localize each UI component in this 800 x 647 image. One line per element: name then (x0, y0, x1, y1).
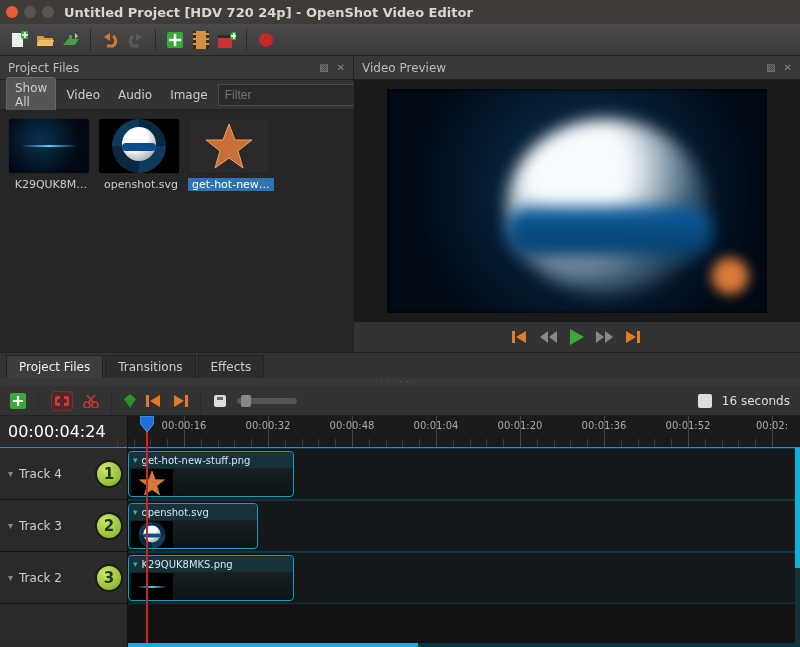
file-item[interactable]: K29QUK8M… (8, 118, 94, 191)
add-track-icon[interactable] (10, 393, 26, 409)
panel-undock-icon[interactable]: ▧ (319, 62, 328, 73)
file-label: get-hot-new… (188, 178, 274, 191)
play-icon[interactable] (568, 328, 586, 346)
filter-audio[interactable]: Audio (110, 85, 160, 105)
zoom-time-label: 16 seconds (722, 394, 790, 408)
ruler-label: 00:00:16 (162, 420, 207, 431)
ruler-label: 00:00:32 (246, 420, 291, 431)
choose-profile-icon[interactable] (192, 31, 210, 49)
clip-label: K29QUK8MKS.png (142, 559, 233, 570)
video-preview-panel: Video Preview ▧ ✕ (354, 56, 800, 352)
svg-marker-25 (605, 331, 613, 343)
prev-marker-icon[interactable] (146, 395, 162, 407)
svg-rect-19 (512, 331, 515, 343)
add-marker-icon[interactable] (124, 394, 136, 408)
import-files-icon[interactable] (166, 31, 184, 49)
tab-transitions[interactable]: Transitions (105, 355, 195, 378)
chevron-down-icon[interactable]: ▾ (133, 507, 138, 517)
track-header[interactable]: ▾ Track 3 2 (0, 500, 127, 552)
track-row[interactable]: ▾openshot.svg (128, 500, 800, 552)
timeline-track-headers: 00:00:04:24 ▾ Track 4 1 ▾ Track 3 2 ▾ Tr… (0, 416, 128, 647)
ruler-label: 00:01:20 (498, 420, 543, 431)
splitter-handle[interactable]: ······ (0, 378, 800, 386)
center-playhead-icon[interactable] (213, 394, 227, 408)
file-label: openshot.svg (98, 178, 184, 191)
window-minimize-button[interactable] (24, 6, 36, 18)
svg-rect-12 (206, 43, 209, 45)
svg-rect-7 (193, 33, 196, 35)
file-thumbnail (8, 118, 90, 174)
export-video-icon[interactable] (218, 31, 236, 49)
svg-rect-32 (146, 395, 149, 407)
jump-end-icon[interactable] (624, 330, 642, 344)
svg-marker-33 (150, 395, 160, 407)
video-preview-title: Video Preview (362, 61, 446, 75)
track-row[interactable]: ▾get-hot-new-stuff.png (128, 448, 800, 500)
file-label: K29QUK8M… (8, 178, 94, 191)
save-project-icon[interactable] (62, 31, 80, 49)
window-close-button[interactable] (6, 6, 18, 18)
panel-undock-icon[interactable]: ▧ (766, 62, 775, 73)
track-name: Track 2 (19, 571, 62, 585)
project-files-title: Project Files (8, 61, 79, 75)
clip-thumbnail (131, 521, 173, 549)
filter-video[interactable]: Video (58, 85, 108, 105)
filter-show-all[interactable]: Show All (6, 77, 56, 113)
tab-project-files[interactable]: Project Files (6, 355, 103, 378)
record-icon[interactable] (257, 31, 275, 49)
main-toolbar (0, 24, 800, 56)
window-maximize-button[interactable] (42, 6, 54, 18)
timeline-clip[interactable]: ▾get-hot-new-stuff.png (128, 451, 294, 497)
chevron-down-icon[interactable]: ▾ (133, 559, 138, 569)
playhead-handle-icon[interactable] (140, 416, 154, 432)
project-files-list[interactable]: K29QUK8M… openshot.svg get-hot-new… (0, 110, 353, 352)
tab-effects[interactable]: Effects (198, 355, 265, 378)
chevron-down-icon[interactable]: ▾ (133, 455, 138, 465)
svg-rect-35 (185, 395, 188, 407)
jump-start-icon[interactable] (512, 330, 530, 344)
ruler-label: 00:01:36 (582, 420, 627, 431)
svg-marker-34 (174, 395, 184, 407)
playhead-time: 00:00:04:24 (0, 416, 127, 448)
chevron-down-icon[interactable]: ▾ (8, 520, 13, 531)
track-header[interactable]: ▾ Track 2 3 (0, 552, 127, 604)
annotation-badge: 3 (95, 564, 123, 592)
rewind-icon[interactable] (540, 331, 558, 343)
svg-marker-31 (124, 394, 136, 408)
playhead[interactable] (146, 416, 148, 647)
track-name: Track 3 (19, 519, 62, 533)
razor-icon[interactable] (83, 394, 99, 408)
timeline-body[interactable]: 00:00:1600:00:3200:00:4800:01:0400:01:20… (128, 416, 800, 647)
timeline-v-scrollbar[interactable] (795, 448, 800, 643)
undo-icon[interactable] (101, 31, 119, 49)
filter-image[interactable]: Image (162, 85, 216, 105)
fast-forward-icon[interactable] (596, 331, 614, 343)
annotation-badge: 2 (95, 512, 123, 540)
panel-close-icon[interactable]: ✕ (337, 62, 345, 73)
svg-marker-23 (570, 329, 584, 345)
timeline-ruler[interactable]: 00:00:1600:00:3200:00:4800:01:0400:01:20… (128, 416, 800, 448)
open-project-icon[interactable] (36, 31, 54, 49)
file-item[interactable]: get-hot-new… (188, 118, 274, 191)
track-header[interactable]: ▾ Track 4 1 (0, 448, 127, 500)
clip-thumbnail (131, 469, 173, 497)
chevron-down-icon[interactable]: ▾ (8, 572, 13, 583)
ruler-label: 00:01:04 (414, 420, 459, 431)
svg-marker-18 (206, 124, 252, 168)
track-row[interactable]: ▾K29QUK8MKS.png (128, 552, 800, 604)
panel-close-icon[interactable]: ✕ (784, 62, 792, 73)
clip-label: openshot.svg (142, 507, 209, 518)
snap-icon[interactable] (51, 391, 73, 411)
redo-icon[interactable] (127, 31, 145, 49)
file-item[interactable]: openshot.svg (98, 118, 184, 191)
timeline-toolbar: 16 seconds (0, 386, 800, 416)
playback-controls (354, 322, 800, 352)
preview-canvas[interactable] (387, 89, 767, 313)
timeline-clip[interactable]: ▾K29QUK8MKS.png (128, 555, 294, 601)
new-project-icon[interactable] (10, 31, 28, 49)
chevron-down-icon[interactable]: ▾ (8, 468, 13, 479)
timeline-h-scrollbar[interactable] (128, 643, 800, 647)
next-marker-icon[interactable] (172, 395, 188, 407)
track-name: Track 4 (19, 467, 62, 481)
zoom-slider[interactable] (237, 398, 297, 404)
